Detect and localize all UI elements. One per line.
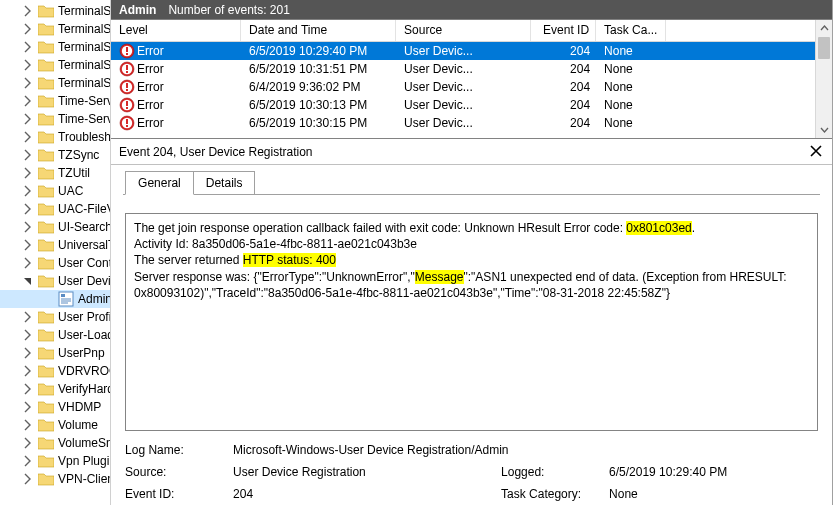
cell-eventid: 204 [531,116,596,130]
scroll-track[interactable] [816,37,832,121]
tree-item-label: TZSync [58,148,99,162]
tree-item[interactable]: VolumeSnapsho [0,434,110,452]
tree-item[interactable]: TerminalServic [0,20,110,38]
tree-item-label: UI-Search [58,220,110,234]
tree-leaf-admin[interactable]: Admin [0,290,110,308]
tree-item[interactable]: User Control P [0,254,110,272]
scroll-down-button[interactable] [816,121,832,138]
highlight-error-code: 0x801c03ed [626,221,691,235]
tree-item[interactable]: UniversalTelem [0,236,110,254]
chevron-right-icon[interactable] [20,148,34,162]
chevron-down-icon[interactable] [20,274,34,288]
col-date[interactable]: Date and Time [241,20,396,41]
scroll-thumb[interactable] [818,37,830,59]
tree-item[interactable]: TerminalServic [0,38,110,56]
tree-item[interactable]: UI-Search [0,218,110,236]
close-icon[interactable] [810,145,824,159]
chevron-right-icon[interactable] [20,472,34,486]
folder-icon [38,364,54,378]
tree-item[interactable]: User Profile Se [0,308,110,326]
tree-item[interactable]: VDRVROOT [0,362,110,380]
table-row[interactable]: Error6/5/2019 10:30:15 PMUser Devic...20… [111,114,832,132]
tab-details[interactable]: Details [193,171,256,195]
chevron-right-icon[interactable] [20,130,34,144]
cell-date: 6/5/2019 10:30:13 PM [241,98,396,112]
col-taskcat[interactable]: Task Ca... [596,20,666,41]
grid-body[interactable]: Error6/5/2019 10:29:40 PMUser Devic...20… [111,42,832,138]
tree-item[interactable]: Troubleshootin [0,128,110,146]
tree-item[interactable]: User Device Re [0,272,110,290]
chevron-right-icon[interactable] [20,346,34,360]
chevron-right-icon[interactable] [20,310,34,324]
chevron-right-icon[interactable] [20,328,34,342]
chevron-right-icon[interactable] [20,94,34,108]
tree-item-label: Admin [78,292,110,306]
tree-item[interactable]: VHDMP [0,398,110,416]
col-source[interactable]: Source [396,20,531,41]
tree-item-label: User Profile Se [58,310,110,324]
chevron-right-icon[interactable] [20,364,34,378]
tree-item[interactable]: TZSync [0,146,110,164]
chevron-right-icon[interactable] [20,58,34,72]
grid-header[interactable]: Level Date and Time Source Event ID Task… [111,20,832,42]
chevron-right-icon[interactable] [20,202,34,216]
tree-item-label: UserPnp [58,346,105,360]
folder-icon [38,274,54,288]
folder-icon [38,58,54,72]
tree-item[interactable]: User-Loader [0,326,110,344]
tree-item[interactable]: VPN-Client [0,470,110,488]
folder-icon [38,220,54,234]
chevron-right-icon[interactable] [20,238,34,252]
tree-item[interactable]: Vpn Plugin Pla [0,452,110,470]
tree-item-label: User Device Re [58,274,110,288]
tree-item[interactable]: VerifyHardware [0,380,110,398]
table-row[interactable]: Error6/5/2019 10:31:51 PMUser Devic...20… [111,60,832,78]
tree-item[interactable]: Volume [0,416,110,434]
tree-item[interactable]: TerminalServic [0,74,110,92]
tree-item-label: TerminalServic [58,58,110,72]
tree-item[interactable]: TZUtil [0,164,110,182]
tree-panel[interactable]: TerminalServicTerminalServicTerminalServ… [0,0,111,505]
cell-level: Error [111,61,241,77]
tree-item-label: TerminalServic [58,40,110,54]
table-row[interactable]: Error6/4/2019 9:36:02 PMUser Devic...204… [111,78,832,96]
chevron-right-icon[interactable] [20,418,34,432]
col-eventid[interactable]: Event ID [531,20,596,41]
chevron-right-icon[interactable] [20,256,34,270]
folder-icon [38,400,54,414]
chevron-right-icon[interactable] [20,382,34,396]
chevron-right-icon[interactable] [20,400,34,414]
vertical-scrollbar[interactable] [815,20,832,138]
chevron-right-icon[interactable] [20,22,34,36]
details-header: Event 204, User Device Registration [111,139,832,165]
chevron-right-icon[interactable] [20,184,34,198]
tree-item[interactable]: TerminalServic [0,2,110,20]
tree-item[interactable]: UAC-FileVirtua [0,200,110,218]
prop-value-logname: Microsoft-Windows-User Device Registrati… [233,443,789,457]
event-properties: Log Name: Microsoft-Windows-User Device … [125,443,818,501]
chevron-right-icon[interactable] [20,436,34,450]
details-tabs: General Details [111,165,269,195]
tree-item-label: UAC [58,184,83,198]
col-level[interactable]: Level [111,20,241,41]
folder-icon [38,76,54,90]
chevron-right-icon[interactable] [20,112,34,126]
scroll-up-button[interactable] [816,20,832,37]
cell-source: User Devic... [396,44,531,58]
tab-general[interactable]: General [125,171,194,195]
tree-item[interactable]: TerminalServic [0,56,110,74]
event-message-box[interactable]: The get join response operation callback… [125,213,818,431]
tree-item[interactable]: UserPnp [0,344,110,362]
chevron-right-icon[interactable] [20,166,34,180]
tree-item[interactable]: UAC [0,182,110,200]
chevron-right-icon[interactable] [20,220,34,234]
table-row[interactable]: Error6/5/2019 10:30:13 PMUser Devic...20… [111,96,832,114]
chevron-right-icon[interactable] [20,454,34,468]
chevron-right-icon[interactable] [20,40,34,54]
tree-item[interactable]: Time-Service [0,92,110,110]
tree-item[interactable]: Time-Service-F [0,110,110,128]
chevron-right-icon[interactable] [20,4,34,18]
chevron-right-icon[interactable] [20,76,34,90]
cell-taskcat: None [596,80,666,94]
table-row[interactable]: Error6/5/2019 10:29:40 PMUser Devic...20… [111,42,832,60]
